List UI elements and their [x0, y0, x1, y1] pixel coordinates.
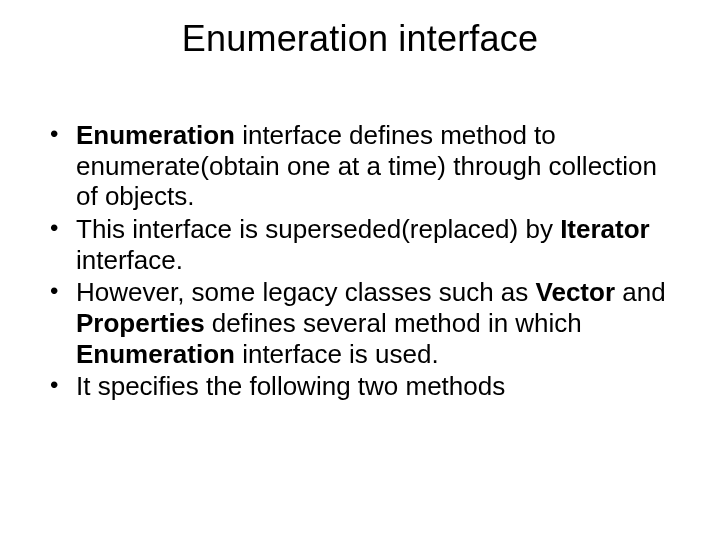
slide-title: Enumeration interface — [40, 18, 680, 60]
text-run: However, some legacy classes such as — [76, 277, 536, 307]
text-run: and — [615, 277, 666, 307]
text-run: interface. — [76, 245, 183, 275]
bold-text: Properties — [76, 308, 205, 338]
slide: Enumeration interface Enumeration interf… — [0, 0, 720, 540]
bullet-list: Enumeration interface defines method to … — [40, 120, 680, 402]
bold-text: Vector — [536, 277, 616, 307]
bold-text: Enumeration — [76, 339, 235, 369]
text-run: defines several method in which — [205, 308, 582, 338]
list-item: Enumeration interface defines method to … — [48, 120, 680, 212]
list-item: This interface is superseded(replaced) b… — [48, 214, 680, 275]
text-run: interface is used. — [235, 339, 439, 369]
text-run: It specifies the following two methods — [76, 371, 505, 401]
bold-text: Enumeration — [76, 120, 235, 150]
list-item: However, some legacy classes such as Vec… — [48, 277, 680, 369]
list-item: It specifies the following two methods — [48, 371, 680, 402]
text-run: This interface is superseded(replaced) b… — [76, 214, 560, 244]
bold-text: Iterator — [560, 214, 650, 244]
